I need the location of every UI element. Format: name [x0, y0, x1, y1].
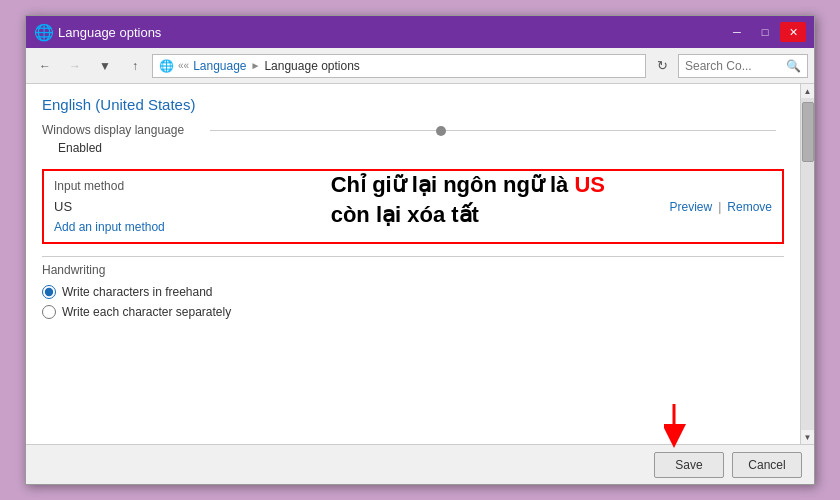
scroll-thumb[interactable] [802, 102, 814, 162]
slider-line [210, 130, 776, 131]
breadcrumb-language-options: Language options [264, 59, 359, 73]
title-bar: 🌐 Language options ─ □ ✕ [26, 16, 814, 48]
arrow-indicator [664, 404, 714, 454]
display-language-label: Windows display language [42, 123, 202, 137]
radio-freehand-label: Write characters in freehand [62, 285, 213, 299]
forward-button[interactable]: → [62, 54, 88, 78]
display-language-row: Windows display language [42, 123, 784, 137]
add-input-method-link[interactable]: Add an input method [54, 220, 165, 234]
save-button[interactable]: Save [654, 452, 724, 478]
close-button[interactable]: ✕ [780, 22, 806, 42]
main-content: English (United States) Windows display … [26, 84, 800, 444]
input-method-box: Input method US Preview | Remove Add an … [42, 169, 784, 244]
handwriting-label: Handwriting [42, 256, 784, 277]
language-title: English (United States) [42, 96, 784, 113]
address-bar: ← → ▼ ↑ 🌐 «« Language ► Language options… [26, 48, 814, 84]
minimize-button[interactable]: ─ [724, 22, 750, 42]
title-bar-text: Language options [58, 25, 161, 40]
radio-separate-label: Write each character separately [62, 305, 231, 319]
search-icon: 🔍 [786, 59, 801, 73]
refresh-button[interactable]: ↻ [650, 54, 674, 78]
scroll-down-arrow[interactable]: ▼ [801, 430, 815, 444]
scroll-track [801, 98, 815, 430]
scrollbar[interactable]: ▲ ▼ [800, 84, 814, 444]
input-method-name: US [54, 199, 72, 214]
content-area: English (United States) Windows display … [26, 84, 814, 444]
footer: Save Cancel [26, 444, 814, 484]
action-separator: | [718, 200, 721, 214]
dropdown-button[interactable]: ▼ [92, 54, 118, 78]
search-input[interactable] [685, 59, 782, 73]
input-method-header: Input method [54, 179, 772, 193]
input-method-actions: Preview | Remove [670, 200, 773, 214]
preview-link[interactable]: Preview [670, 200, 713, 214]
radio-row-freehand: Write characters in freehand [42, 285, 784, 299]
search-bar: 🔍 [678, 54, 808, 78]
handwriting-section: Handwriting Write characters in freehand… [42, 256, 784, 319]
input-method-row: US Preview | Remove [54, 199, 772, 214]
title-bar-controls: ─ □ ✕ [724, 22, 806, 42]
window-icon: 🌐 [34, 23, 52, 41]
radio-row-separate: Write each character separately [42, 305, 784, 319]
main-window: 🌐 Language options ─ □ ✕ ← → ▼ ↑ 🌐 «« La… [25, 15, 815, 485]
slider-dot [436, 126, 446, 136]
maximize-button[interactable]: □ [752, 22, 778, 42]
breadcrumb-language[interactable]: Language [193, 59, 246, 73]
radio-freehand[interactable] [42, 285, 56, 299]
title-bar-left: 🌐 Language options [34, 23, 161, 41]
breadcrumb-bar: 🌐 «« Language ► Language options [152, 54, 646, 78]
scroll-up-arrow[interactable]: ▲ [801, 84, 815, 98]
breadcrumb-icon: 🌐 [159, 59, 174, 73]
enabled-text: Enabled [58, 141, 784, 155]
radio-separate[interactable] [42, 305, 56, 319]
up-button[interactable]: ↑ [122, 54, 148, 78]
back-button[interactable]: ← [32, 54, 58, 78]
remove-link[interactable]: Remove [727, 200, 772, 214]
cancel-button[interactable]: Cancel [732, 452, 802, 478]
